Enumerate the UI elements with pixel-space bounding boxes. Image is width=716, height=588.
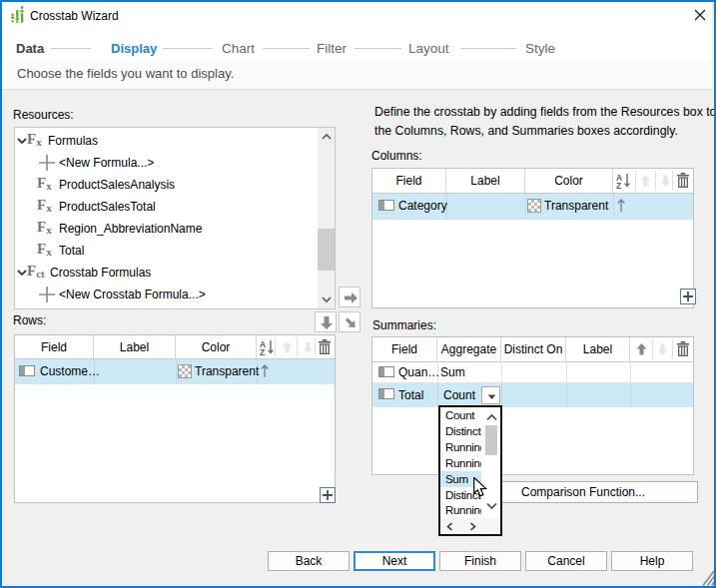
- svg-text:Z: Z: [616, 181, 621, 190]
- svg-text:Z: Z: [260, 347, 265, 356]
